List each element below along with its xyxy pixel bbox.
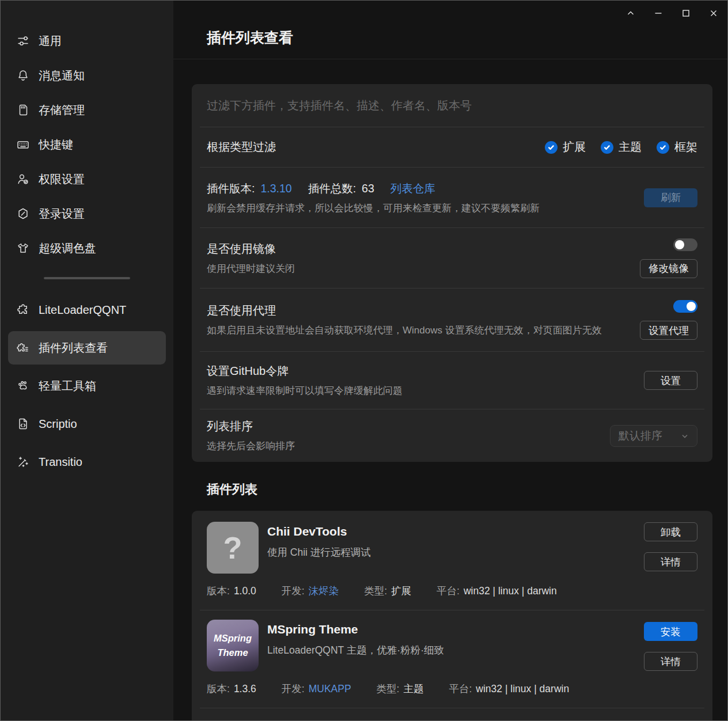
- sidebar-item-permissions[interactable]: 权限设置: [1, 162, 173, 196]
- type-filter-label: 根据类型过滤: [207, 139, 276, 155]
- mirror-toggle[interactable]: [673, 238, 697, 251]
- sidebar-item-scriptio[interactable]: Scriptio: [1, 405, 173, 443]
- sidebar-item-transitio[interactable]: Transitio: [1, 443, 173, 481]
- meta-platform-value: win32 | linux | darwin: [464, 585, 557, 597]
- mirror-title: 是否使用镜像: [207, 241, 295, 257]
- sidebar-item-liteloaderqqnt[interactable]: LiteLoaderQQNT: [1, 291, 173, 329]
- uninstall-button[interactable]: 卸载: [644, 522, 697, 541]
- meta-type-value: 扩展: [391, 585, 411, 597]
- sidebar-divider: [44, 277, 130, 279]
- minimize-button[interactable]: [644, 1, 672, 26]
- sort-description: 选择先后会影响排序: [207, 439, 295, 453]
- close-button[interactable]: [700, 1, 727, 26]
- repo-link[interactable]: 列表仓库: [390, 181, 435, 196]
- proxy-toggle[interactable]: [673, 300, 697, 313]
- plugin-total-value: 63: [362, 182, 374, 195]
- mirror-row: 是否使用镜像 使用代理时建议关闭 修改镜像: [192, 228, 712, 288]
- chevron-up-icon: [626, 9, 635, 18]
- sidebar-item-label: 存储管理: [39, 103, 85, 118]
- sidebar-item-notifications[interactable]: 消息通知: [1, 58, 173, 93]
- sort-title: 列表排序: [207, 419, 295, 434]
- restore-down-button[interactable]: [617, 1, 644, 26]
- sidebar-item-general[interactable]: 通用: [1, 24, 173, 58]
- toggle-knob: [675, 240, 684, 249]
- plugin-icon: ?: [207, 522, 259, 574]
- meta-dev-link[interactable]: MUKAPP: [309, 683, 351, 695]
- checkbox-framework[interactable]: 框架: [657, 139, 697, 155]
- sidebar-item-label: 快捷键: [39, 137, 73, 153]
- keyboard-icon: [16, 138, 30, 151]
- sidebar-item-label: 通用: [39, 33, 62, 49]
- checkbox-checked-icon: [545, 141, 558, 154]
- github-token-description: 遇到请求速率限制时可以填写令牌缓解此问题: [207, 384, 403, 397]
- tshirt-icon: [16, 241, 30, 255]
- plugin-list-panel: ? Chii DevTools 使用 Chii 进行远程调试 版本:1.0.0 …: [192, 511, 712, 720]
- wand-icon: [16, 455, 30, 469]
- sidebar-item-storage[interactable]: 存储管理: [1, 93, 173, 127]
- plugin-card-mspring-theme: MSpring Theme MSpring Theme LiteLoaderQQ…: [192, 610, 712, 708]
- login-hexagon-icon: [16, 207, 30, 221]
- plugin-version-value: 1.3.10: [260, 182, 291, 195]
- refresh-button[interactable]: 刷新: [644, 188, 697, 207]
- sidebar-item-label: Transitio: [39, 456, 82, 469]
- plugin-filter-input[interactable]: [207, 99, 697, 112]
- maximize-icon: [681, 9, 691, 18]
- set-proxy-button[interactable]: 设置代理: [640, 321, 697, 340]
- sidebar-item-plugin-list[interactable]: 插件列表查看: [8, 331, 166, 365]
- close-icon: [709, 9, 718, 18]
- plugin-icon-glyph: ?: [223, 530, 242, 566]
- checkbox-label: 框架: [674, 139, 697, 155]
- proxy-row: 是否使用代理 如果启用且未设置地址会自动获取环境代理，Windows 设置系统代…: [192, 289, 712, 351]
- sidebar-item-palette[interactable]: 超级调色盘: [1, 231, 173, 265]
- version-description: 刷新会禁用缓存并请求，所以会比较慢，可用来检查更新，建议不要频繁刷新: [207, 202, 540, 215]
- sidebar-item-label: 消息通知: [39, 68, 85, 84]
- github-token-title: 设置GitHub令牌: [207, 363, 403, 379]
- toggle-knob: [687, 302, 696, 311]
- meta-platform-label: 平台:: [449, 683, 472, 695]
- sidebar-item-label: 超级调色盘: [39, 241, 96, 256]
- sidebar-item-login[interactable]: 登录设置: [1, 196, 173, 231]
- version-line: 插件版本: 1.3.10 插件总数: 63 列表仓库: [207, 181, 540, 196]
- maximize-button[interactable]: [672, 1, 700, 26]
- checkbox-label: 主题: [619, 139, 642, 155]
- page-title: 插件列表查看: [207, 28, 727, 47]
- version-row: 插件版本: 1.3.10 插件总数: 63 列表仓库 刷新会禁用缓存并请求，所以…: [192, 168, 712, 227]
- plugin-total-label: 插件总数:: [308, 181, 356, 196]
- sidebar-item-shortcuts[interactable]: 快捷键: [1, 127, 173, 162]
- set-token-button[interactable]: 设置: [644, 371, 697, 390]
- proxy-title: 是否使用代理: [207, 303, 602, 318]
- details-button[interactable]: 详情: [644, 652, 697, 671]
- plugin-card-scriptio: Scriptio: [192, 708, 712, 720]
- details-button[interactable]: 详情: [644, 552, 697, 571]
- sort-dropdown-value: 默认排序: [619, 428, 662, 443]
- checkbox-theme[interactable]: 主题: [601, 139, 642, 155]
- sidebar-item-label: 登录设置: [39, 206, 85, 222]
- meta-platform-label: 平台:: [437, 585, 460, 597]
- user-permission-icon: [16, 172, 30, 186]
- sort-dropdown[interactable]: 默认排序: [610, 425, 697, 447]
- settings-panel: 根据类型过滤 扩展 主题 框架: [192, 84, 712, 462]
- content-scroll-area[interactable]: 根据类型过滤 扩展 主题 框架: [173, 60, 727, 720]
- sidebar-plugin-section: LiteLoaderQQNT 插件列表查看 轻量工具箱 Scriptio Tra…: [1, 291, 173, 481]
- meta-dev-link[interactable]: 沫烬染: [309, 585, 339, 597]
- edit-mirror-button[interactable]: 修改镜像: [640, 259, 697, 278]
- checkbox-checked-icon: [657, 141, 669, 154]
- meta-platform-value: win32 | linux | darwin: [476, 683, 569, 695]
- meta-type-value: 主题: [403, 683, 423, 695]
- install-button[interactable]: 安装: [644, 622, 697, 641]
- plugin-version-label: 插件版本:: [207, 181, 255, 196]
- paw-icon: [16, 379, 30, 393]
- minimize-icon: [654, 9, 663, 18]
- plugin-description: 使用 Chii 进行远程调试: [267, 545, 371, 559]
- sidebar-item-label: LiteLoaderQQNT: [39, 303, 126, 317]
- checkbox-extension[interactable]: 扩展: [545, 139, 586, 155]
- sidebar-item-toolbox[interactable]: 轻量工具箱: [1, 367, 173, 405]
- mirror-description: 使用代理时建议关闭: [207, 262, 295, 275]
- plugin-description: LiteLoaderQQNT 主题，优雅·粉粉·细致: [267, 643, 444, 657]
- chevron-down-icon: [681, 432, 689, 440]
- plugin-meta: 版本:1.3.6 开发:MUKAPP 类型:主题 平台:win32 | linu…: [207, 682, 697, 696]
- bell-icon: [16, 69, 30, 82]
- meta-version-label: 版本:: [207, 585, 230, 597]
- github-token-row: 设置GitHub令牌 遇到请求速率限制时可以填写令牌缓解此问题 设置: [192, 352, 712, 409]
- plugin-icon: MSpring Theme: [207, 620, 259, 671]
